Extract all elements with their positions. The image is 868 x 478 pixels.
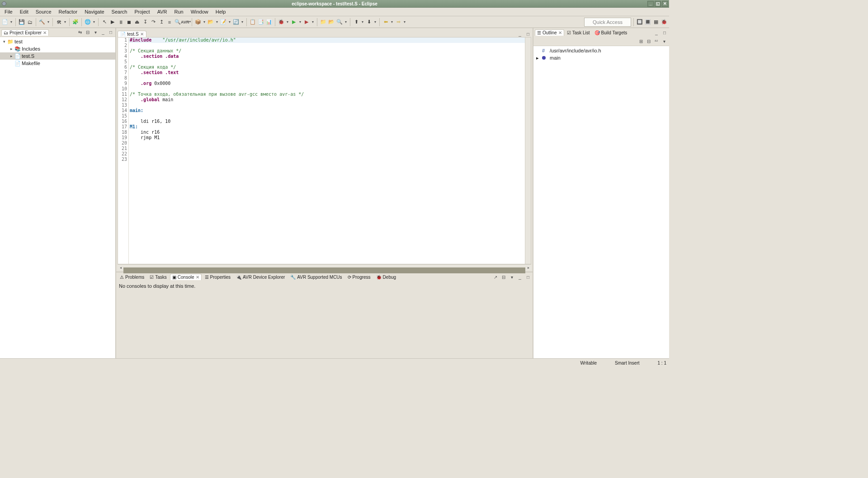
back-button[interactable]: ⬅ [382, 19, 389, 26]
tool-button-8[interactable]: 📝 [220, 19, 227, 26]
expand-icon[interactable]: ▸ [9, 47, 14, 51]
scroll-left-icon[interactable]: ◂ [118, 265, 123, 271]
expand-icon[interactable]: ▸ [9, 54, 14, 58]
menu-edit[interactable]: Edit [17, 9, 31, 15]
perspective-3-icon[interactable]: ▦ [652, 19, 660, 26]
tool-button-6[interactable]: 📦 [194, 19, 202, 26]
tool-button-1[interactable]: 🛠 [55, 19, 62, 26]
close-icon[interactable]: ✕ [140, 32, 144, 37]
resume-icon[interactable]: ▶ [109, 19, 116, 26]
bottom-toolbar-btn-1[interactable]: ⊟ [500, 274, 507, 280]
tool-button-12[interactable]: 📊 [265, 19, 273, 26]
project-explorer-tree[interactable]: ▾📁test▸📚Includes▸📄test.S📄Makefile [0, 37, 115, 358]
tab-tasks[interactable]: ☑Tasks [147, 274, 169, 281]
window-minimize-button[interactable]: _ [647, 1, 654, 7]
outline-row[interactable]: ▸main [533, 54, 669, 61]
tab-progress[interactable]: ⟳Progress [345, 274, 373, 281]
nav-next-button[interactable]: ⬇ [365, 19, 373, 26]
menu-file[interactable]: File [2, 9, 15, 15]
stop-icon[interactable]: ⏹ [125, 19, 132, 26]
expand-icon[interactable]: ▾ [2, 39, 6, 44]
menu-refactor[interactable]: Refactor [56, 9, 80, 15]
tab-outline[interactable]: ☰Outline✕ [535, 29, 564, 36]
tool-button-10[interactable]: 📋 [249, 19, 256, 26]
tab-project-explorer[interactable]: 🗂 Project Explorer ✕ [1, 29, 49, 36]
nav-prev-button[interactable]: ⬆ [353, 19, 360, 26]
menu-run[interactable]: Run [171, 9, 186, 15]
editor-body[interactable]: 1234567891011121314151617181920212223 #i… [118, 37, 531, 264]
collapse-all-icon[interactable]: ⊟ [85, 29, 91, 36]
menu-source[interactable]: Source [33, 9, 54, 15]
tab-build-targets[interactable]: 🎯Build Targets [593, 30, 629, 36]
close-icon[interactable]: ✕ [43, 30, 47, 35]
editor-tab-test-s[interactable]: 📄 test.S ✕ [118, 31, 146, 37]
avr-icon[interactable]: AVR* [182, 19, 189, 26]
tab-task-list[interactable]: ☑Task List [565, 30, 592, 36]
outline-row[interactable]: #/usr/avr/include/avr/io.h [533, 47, 669, 54]
overview-ruler[interactable] [525, 37, 531, 264]
tree-row[interactable]: ▾📁test [0, 38, 115, 45]
tool-button-3[interactable]: 🌐 [84, 19, 91, 26]
bottom-toolbar-btn-2[interactable]: ▾ [509, 274, 515, 280]
bottom-toolbar-btn-4[interactable]: □ [525, 274, 531, 280]
tool-button-14[interactable]: 📂 [328, 19, 335, 26]
menu-window[interactable]: Window [188, 9, 211, 15]
tree-row[interactable]: ▸📚Includes [0, 45, 115, 52]
step-over-icon[interactable]: ↷ [150, 19, 157, 26]
window-close-button[interactable]: ✕ [662, 1, 668, 7]
outline-tree[interactable]: #/usr/avr/include/avr/io.h▸main [533, 46, 669, 358]
menu-avr[interactable]: AVR [155, 9, 170, 15]
link-editor-icon[interactable]: ⇆ [77, 29, 83, 36]
tool-button-4[interactable]: ≡ [166, 19, 173, 26]
new-button[interactable]: 📄 [1, 19, 9, 26]
step-into-icon[interactable]: ↧ [142, 19, 149, 26]
tool-button-2[interactable]: 🧩 [72, 19, 79, 26]
tool-button-9[interactable]: 🔄 [232, 19, 240, 26]
outline-menu-icon[interactable]: ▾ [661, 38, 667, 45]
perspective-2-icon[interactable]: 🔳 [644, 19, 651, 26]
step-return-icon[interactable]: ↥ [158, 19, 165, 26]
tool-button-13[interactable]: 📁 [320, 19, 327, 26]
debug-button[interactable]: 🐞 [278, 19, 285, 26]
minimize-editor-icon[interactable]: _ [517, 31, 523, 37]
minimize-view-icon[interactable]: _ [100, 29, 106, 36]
build-dropdown[interactable] [47, 20, 50, 24]
quick-access-input[interactable]: Quick Access [584, 18, 631, 27]
forward-button[interactable]: ➡ [395, 19, 402, 26]
tab-console[interactable]: ▣Console✕ [170, 274, 202, 280]
close-icon[interactable]: ✕ [196, 275, 199, 280]
save-button[interactable]: 💾 [18, 19, 25, 26]
tab-avr-device-explorer[interactable]: 🔌AVR Device Explorer [234, 274, 287, 281]
maximize-editor-icon[interactable]: □ [525, 31, 531, 37]
outline-sort-icon[interactable]: ᵃᶻ [653, 38, 660, 45]
menu-search[interactable]: Search [109, 9, 130, 15]
run-button[interactable]: ▶ [290, 19, 297, 26]
bottom-toolbar-btn-0[interactable]: ↗ [492, 274, 499, 280]
tab-properties[interactable]: ☰Properties [203, 274, 233, 281]
save-all-button[interactable]: 🗂 [26, 19, 33, 26]
right-toolbar-btn-0[interactable]: _ [653, 29, 660, 36]
window-maximize-button[interactable]: ◱ [655, 1, 661, 7]
expand-icon[interactable]: ▸ [536, 55, 541, 61]
menu-navigate[interactable]: Navigate [82, 9, 107, 15]
tree-row[interactable]: 📄Makefile [0, 60, 115, 67]
code-area[interactable]: #include "/usr/avr/include/avr/io.h"/* С… [129, 37, 525, 264]
bottom-toolbar-btn-3[interactable]: _ [517, 274, 523, 280]
tree-row[interactable]: ▸📄test.S [0, 52, 115, 60]
outline-tool-1[interactable]: ⊞ [638, 38, 644, 45]
ext-tools-button[interactable]: ▶ [303, 19, 310, 26]
view-menu-icon[interactable]: ▾ [92, 29, 99, 36]
tab-debug[interactable]: 🐞Debug [374, 274, 398, 281]
tab-avr-supported-mcus[interactable]: 🔧AVR Supported MCUs [288, 274, 344, 281]
build-button[interactable]: 🔨 [38, 19, 46, 26]
menu-help[interactable]: Help [213, 9, 229, 15]
disconnect-icon[interactable]: ⏏ [133, 19, 141, 26]
perspective-debug-icon[interactable]: 🐞 [660, 19, 668, 26]
perspective-cpp-icon[interactable]: 🔲 [636, 19, 643, 26]
tool-button-7[interactable]: 📂 [207, 19, 214, 26]
new-dropdown[interactable] [9, 20, 13, 24]
tool-button-5[interactable]: 🔍 [174, 19, 181, 26]
right-toolbar-btn-1[interactable]: □ [661, 29, 668, 36]
search-button[interactable]: 🔍 [336, 19, 343, 26]
tool-button-11[interactable]: 📑 [257, 19, 264, 26]
